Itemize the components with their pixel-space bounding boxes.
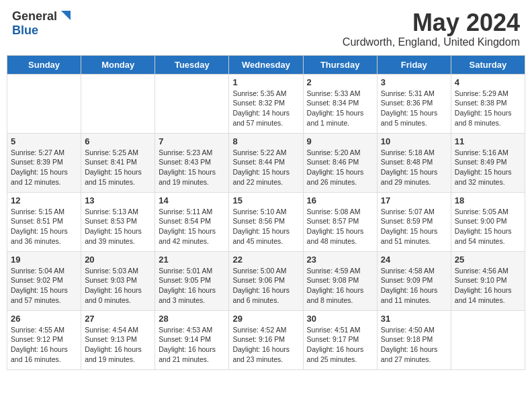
- day-info: Sunrise: 4:51 AM Sunset: 9:17 PM Dayligh…: [307, 325, 373, 365]
- column-header-monday: Monday: [81, 55, 155, 74]
- logo-blue-text: Blue: [12, 24, 38, 38]
- day-info: Sunrise: 4:54 AM Sunset: 9:13 PM Dayligh…: [85, 325, 151, 365]
- day-number: 26: [11, 314, 77, 324]
- calendar-cell: 30Sunrise: 4:51 AM Sunset: 9:17 PM Dayli…: [303, 310, 377, 369]
- calendar-cell: [451, 310, 525, 369]
- day-number: 11: [455, 136, 521, 146]
- day-info: Sunrise: 5:11 AM Sunset: 8:54 PM Dayligh…: [159, 207, 225, 246]
- calendar-week-row: 12Sunrise: 5:15 AM Sunset: 8:51 PM Dayli…: [7, 192, 525, 251]
- day-number: 6: [85, 136, 151, 146]
- calendar-cell: 27Sunrise: 4:54 AM Sunset: 9:13 PM Dayli…: [81, 310, 155, 369]
- day-info: Sunrise: 4:53 AM Sunset: 9:14 PM Dayligh…: [159, 325, 225, 365]
- calendar-cell: 12Sunrise: 5:15 AM Sunset: 8:51 PM Dayli…: [7, 192, 81, 251]
- calendar-week-row: 1Sunrise: 5:35 AM Sunset: 8:32 PM Daylig…: [7, 74, 525, 133]
- day-info: Sunrise: 5:35 AM Sunset: 8:32 PM Dayligh…: [232, 89, 299, 128]
- calendar-cell: 13Sunrise: 5:13 AM Sunset: 8:53 PM Dayli…: [81, 192, 155, 251]
- calendar-cell: 20Sunrise: 5:03 AM Sunset: 9:03 PM Dayli…: [81, 251, 155, 310]
- day-info: Sunrise: 5:05 AM Sunset: 9:00 PM Dayligh…: [455, 207, 521, 246]
- day-number: 22: [232, 255, 299, 265]
- day-number: 1: [232, 77, 299, 87]
- calendar-cell: 5Sunrise: 5:27 AM Sunset: 8:39 PM Daylig…: [7, 133, 81, 192]
- calendar-cell: 3Sunrise: 5:31 AM Sunset: 8:36 PM Daylig…: [377, 74, 451, 133]
- location-title: Curdworth, England, United Kingdom: [343, 36, 520, 48]
- day-info: Sunrise: 5:33 AM Sunset: 8:34 PM Dayligh…: [307, 89, 373, 128]
- day-info: Sunrise: 4:59 AM Sunset: 9:08 PM Dayligh…: [307, 266, 373, 306]
- day-number: 19: [11, 255, 77, 265]
- calendar-header-row: SundayMondayTuesdayWednesdayThursdayFrid…: [7, 55, 525, 74]
- day-info: Sunrise: 4:58 AM Sunset: 9:09 PM Dayligh…: [381, 266, 447, 306]
- calendar-cell: 21Sunrise: 5:01 AM Sunset: 9:05 PM Dayli…: [155, 251, 229, 310]
- calendar-cell: 26Sunrise: 4:55 AM Sunset: 9:12 PM Dayli…: [7, 310, 81, 369]
- day-number: 16: [307, 195, 373, 205]
- day-info: Sunrise: 5:01 AM Sunset: 9:05 PM Dayligh…: [159, 266, 225, 306]
- calendar-cell: 17Sunrise: 5:07 AM Sunset: 8:59 PM Dayli…: [377, 192, 451, 251]
- calendar-cell: 23Sunrise: 4:59 AM Sunset: 9:08 PM Dayli…: [303, 251, 377, 310]
- day-number: 20: [85, 255, 151, 265]
- calendar-cell: 15Sunrise: 5:10 AM Sunset: 8:56 PM Dayli…: [229, 192, 303, 251]
- day-info: Sunrise: 5:20 AM Sunset: 8:46 PM Dayligh…: [307, 148, 373, 187]
- day-info: Sunrise: 5:04 AM Sunset: 9:02 PM Dayligh…: [11, 266, 77, 306]
- day-info: Sunrise: 4:55 AM Sunset: 9:12 PM Dayligh…: [11, 325, 77, 365]
- day-info: Sunrise: 5:03 AM Sunset: 9:03 PM Dayligh…: [85, 266, 151, 306]
- day-number: 27: [85, 314, 151, 324]
- calendar-cell: 28Sunrise: 4:53 AM Sunset: 9:14 PM Dayli…: [155, 310, 229, 369]
- calendar-cell: [7, 74, 81, 133]
- day-number: 9: [307, 136, 373, 146]
- day-number: 23: [307, 255, 373, 265]
- day-number: 18: [455, 195, 521, 205]
- day-info: Sunrise: 5:15 AM Sunset: 8:51 PM Dayligh…: [11, 207, 77, 246]
- day-info: Sunrise: 5:27 AM Sunset: 8:39 PM Dayligh…: [11, 148, 77, 187]
- calendar-cell: 7Sunrise: 5:23 AM Sunset: 8:43 PM Daylig…: [155, 133, 229, 192]
- calendar-cell: 10Sunrise: 5:18 AM Sunset: 8:48 PM Dayli…: [377, 133, 451, 192]
- day-info: Sunrise: 5:07 AM Sunset: 8:59 PM Dayligh…: [381, 207, 447, 246]
- day-info: Sunrise: 5:18 AM Sunset: 8:48 PM Dayligh…: [381, 148, 447, 187]
- day-number: 5: [11, 136, 77, 146]
- day-number: 15: [232, 195, 299, 205]
- calendar-cell: 16Sunrise: 5:08 AM Sunset: 8:57 PM Dayli…: [303, 192, 377, 251]
- day-number: 12: [11, 195, 77, 205]
- day-number: 29: [232, 314, 299, 324]
- month-title: May 2024: [343, 9, 520, 36]
- day-number: 17: [381, 195, 447, 205]
- day-number: 31: [381, 314, 447, 324]
- calendar-cell: 6Sunrise: 5:25 AM Sunset: 8:41 PM Daylig…: [81, 133, 155, 192]
- calendar-cell: 2Sunrise: 5:33 AM Sunset: 8:34 PM Daylig…: [303, 74, 377, 133]
- day-info: Sunrise: 5:00 AM Sunset: 9:06 PM Dayligh…: [232, 266, 299, 306]
- day-number: 21: [159, 255, 225, 265]
- day-info: Sunrise: 4:52 AM Sunset: 9:16 PM Dayligh…: [232, 325, 299, 365]
- logo-general-text: General: [12, 10, 57, 24]
- logo-triangle-icon: [58, 9, 71, 21]
- day-number: 24: [381, 255, 447, 265]
- column-header-wednesday: Wednesday: [229, 55, 303, 74]
- calendar-cell: [81, 74, 155, 133]
- calendar-cell: 8Sunrise: 5:22 AM Sunset: 8:44 PM Daylig…: [229, 133, 303, 192]
- day-info: Sunrise: 5:16 AM Sunset: 8:49 PM Dayligh…: [455, 148, 521, 187]
- column-header-saturday: Saturday: [451, 55, 525, 74]
- calendar-cell: 4Sunrise: 5:29 AM Sunset: 8:38 PM Daylig…: [451, 74, 525, 133]
- day-info: Sunrise: 5:29 AM Sunset: 8:38 PM Dayligh…: [455, 89, 521, 128]
- day-number: 3: [381, 77, 447, 87]
- day-number: 7: [159, 136, 225, 146]
- day-info: Sunrise: 5:08 AM Sunset: 8:57 PM Dayligh…: [307, 207, 373, 246]
- page-header: General Blue May 2024 Curdworth, England…: [7, 7, 525, 51]
- day-number: 13: [85, 195, 151, 205]
- calendar-cell: 1Sunrise: 5:35 AM Sunset: 8:32 PM Daylig…: [229, 74, 303, 133]
- calendar-cell: [155, 74, 229, 133]
- day-number: 28: [159, 314, 225, 324]
- calendar-cell: 14Sunrise: 5:11 AM Sunset: 8:54 PM Dayli…: [155, 192, 229, 251]
- calendar-cell: 31Sunrise: 4:50 AM Sunset: 9:18 PM Dayli…: [377, 310, 451, 369]
- title-block: May 2024 Curdworth, England, United King…: [343, 9, 520, 48]
- calendar-cell: 11Sunrise: 5:16 AM Sunset: 8:49 PM Dayli…: [451, 133, 525, 192]
- day-info: Sunrise: 5:25 AM Sunset: 8:41 PM Dayligh…: [85, 148, 151, 187]
- column-header-tuesday: Tuesday: [155, 55, 229, 74]
- svg-marker-0: [61, 11, 71, 20]
- column-header-sunday: Sunday: [7, 55, 81, 74]
- day-number: 10: [381, 136, 447, 146]
- calendar-cell: 18Sunrise: 5:05 AM Sunset: 9:00 PM Dayli…: [451, 192, 525, 251]
- day-info: Sunrise: 4:56 AM Sunset: 9:10 PM Dayligh…: [455, 266, 521, 306]
- calendar-cell: 9Sunrise: 5:20 AM Sunset: 8:46 PM Daylig…: [303, 133, 377, 192]
- calendar-cell: 25Sunrise: 4:56 AM Sunset: 9:10 PM Dayli…: [451, 251, 525, 310]
- calendar-cell: 22Sunrise: 5:00 AM Sunset: 9:06 PM Dayli…: [229, 251, 303, 310]
- day-info: Sunrise: 5:31 AM Sunset: 8:36 PM Dayligh…: [381, 89, 447, 128]
- calendar-table: SundayMondayTuesdayWednesdayThursdayFrid…: [7, 55, 525, 370]
